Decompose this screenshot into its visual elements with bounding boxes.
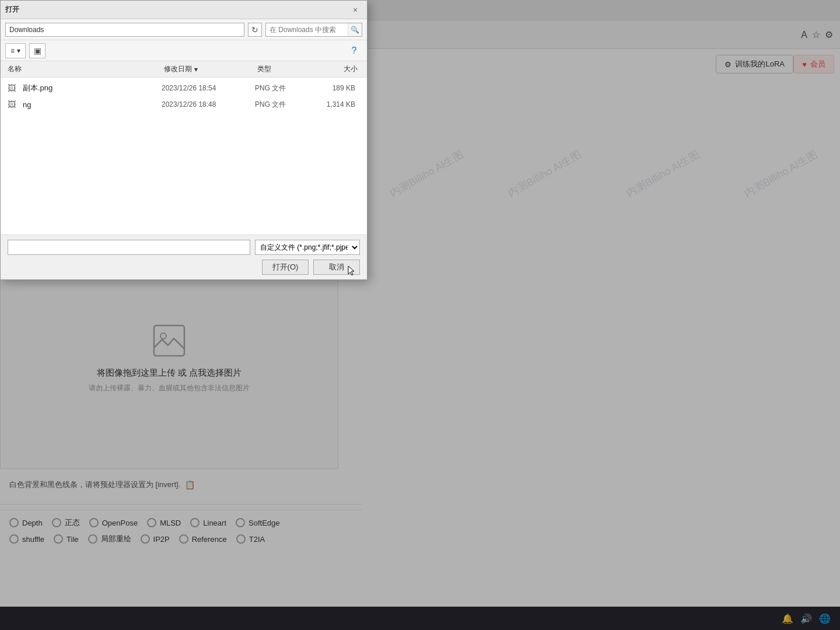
col-date-header[interactable]: 修改日期 ▾ — [164, 64, 257, 74]
view-dropdown-icon: ▾ — [17, 47, 20, 55]
search-input[interactable] — [266, 23, 348, 36]
search-button[interactable]: 🔍 — [348, 23, 362, 36]
file-icon-0: 🖼 — [8, 83, 19, 93]
search-area: 🔍 — [265, 23, 362, 37]
file-name-1: ng — [23, 100, 162, 109]
refresh-icon: ↻ — [251, 25, 258, 34]
file-size-1: 1,314 KB — [313, 100, 360, 108]
dialog-titlebar: 打开 × — [1, 1, 367, 19]
file-date-1: 2023/12/26 18:48 — [162, 100, 255, 108]
help-btn[interactable]: ? — [346, 43, 362, 59]
file-type-0: PNG 文件 — [255, 83, 313, 93]
panel-icon: ▣ — [34, 46, 41, 55]
dialog-address-bar: ↻ 🔍 — [1, 19, 367, 40]
column-headers: 名称 修改日期 ▾ 类型 大小 — [1, 61, 367, 78]
file-open-dialog: 打开 × ↻ 🔍 ≡ ▾ ▣ ? 名称 修改日期 ▾ — [0, 0, 368, 280]
file-date-0: 2023/12/26 18:54 — [162, 84, 255, 92]
help-icon: ? — [352, 46, 357, 56]
refresh-button[interactable]: ↻ — [248, 23, 262, 37]
dialog-bottom: 自定义文件 (*.png;*.jfif;*.pjpeg 打开(O) 取消 — [1, 235, 367, 279]
view-options-btn[interactable]: ≡ ▾ — [5, 43, 26, 58]
file-type-1: PNG 文件 — [255, 100, 313, 110]
open-button[interactable]: 打开(O) — [262, 260, 309, 275]
dialog-title: 打开 — [5, 5, 346, 15]
col-size-header: 大小 — [316, 64, 362, 74]
file-name-0: 副本.png — [23, 83, 162, 93]
filename-input[interactable] — [8, 240, 250, 255]
file-list: 🖼 副本.png 2023/12/26 18:54 PNG 文件 189 KB … — [1, 78, 367, 235]
dialog-toolbar: ≡ ▾ ▣ ? — [1, 40, 367, 61]
file-row-0[interactable]: 🖼 副本.png 2023/12/26 18:54 PNG 文件 189 KB — [1, 80, 367, 96]
address-bar-input[interactable] — [5, 23, 244, 37]
filetype-select[interactable]: 自定义文件 (*.png;*.jfif;*.pjpeg — [255, 240, 360, 255]
file-icon-1: 🖼 — [8, 100, 19, 109]
view-icon: ≡ — [10, 47, 15, 55]
dialog-close-btn[interactable]: × — [348, 3, 362, 17]
cancel-button[interactable]: 取消 — [313, 260, 360, 275]
action-buttons-row: 打开(O) 取消 — [8, 260, 360, 275]
filename-row: 自定义文件 (*.png;*.jfif;*.pjpeg — [8, 240, 360, 255]
col-name-header: 名称 — [5, 64, 164, 74]
file-size-0: 189 KB — [313, 84, 360, 92]
file-row-1[interactable]: 🖼 ng 2023/12/26 18:48 PNG 文件 1,314 KB — [1, 96, 367, 113]
col-type-header: 类型 — [257, 64, 316, 74]
panel-toggle-btn[interactable]: ▣ — [29, 43, 46, 58]
